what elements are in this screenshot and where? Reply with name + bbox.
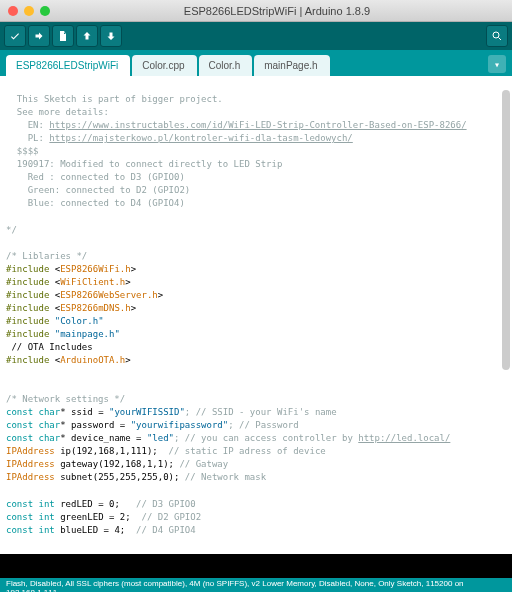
code-line: Red : connected to D3 (GPIO0) <box>6 172 185 182</box>
code-editor[interactable]: This Sketch is part of bigger project. S… <box>0 76 512 554</box>
code-line: /* Network settings */ <box>6 394 125 404</box>
upload-button[interactable] <box>28 25 50 47</box>
code-lib: WiFiClient.h <box>60 277 125 287</box>
code-lib: ESP8266mDNS.h <box>60 303 130 313</box>
open-button[interactable] <box>76 25 98 47</box>
code-line: Blue: connected to D4 (GPIO4) <box>6 198 185 208</box>
code-line: Green: connected to D2 (GPIO2) <box>6 185 190 195</box>
close-icon[interactable] <box>8 6 18 16</box>
code-keyword: #include <box>6 316 49 326</box>
tab-main[interactable]: ESP8266LEDStripWiFi <box>6 55 130 76</box>
window-title: ESP8266LEDStripWiFi | Arduino 1.8.9 <box>50 5 504 17</box>
toolbar <box>0 22 512 50</box>
code-lib: ESP8266WiFi.h <box>60 264 130 274</box>
code-line: /* Liblaries */ <box>6 251 87 261</box>
code-keyword: #include <box>6 277 49 287</box>
traffic-lights <box>8 6 50 16</box>
code-line: EN: <box>6 120 49 130</box>
scrollbar[interactable] <box>502 90 510 370</box>
minimize-icon[interactable] <box>24 6 34 16</box>
code-line: */ <box>6 225 17 235</box>
tab-color-h[interactable]: Color.h <box>199 55 253 76</box>
serial-monitor-button[interactable] <box>486 25 508 47</box>
code-lib: "Color.h" <box>55 316 104 326</box>
console-output[interactable] <box>0 554 512 578</box>
code-keyword: #include <box>6 303 49 313</box>
tab-color-cpp[interactable]: Color.cpp <box>132 55 196 76</box>
code-keyword: #include <box>6 329 49 339</box>
svg-point-0 <box>493 32 499 38</box>
code-line: See more details: <box>6 107 109 117</box>
tab-mainpage-h[interactable]: mainPage.h <box>254 55 329 76</box>
code-line: PL: <box>6 133 49 143</box>
status-bar: Flash, Disabled, All SSL ciphers (most c… <box>0 578 512 592</box>
code-lib: ESP8266WebServer.h <box>60 290 158 300</box>
code-lib: "mainpage.h" <box>55 329 120 339</box>
code-keyword: #include <box>6 290 49 300</box>
code-line: 190917: Modified to connect directly to … <box>6 159 282 169</box>
titlebar: ESP8266LEDStripWiFi | Arduino 1.8.9 <box>0 0 512 22</box>
code-link: https://www.instructables.com/id/WiFi-LE… <box>49 120 466 130</box>
code-line: $$$$ <box>6 146 39 156</box>
code-keyword: #include <box>6 355 49 365</box>
save-button[interactable] <box>100 25 122 47</box>
maximize-icon[interactable] <box>40 6 50 16</box>
new-button[interactable] <box>52 25 74 47</box>
code-line: // OTA Includes <box>6 342 93 352</box>
tab-bar: ESP8266LEDStripWiFi Color.cpp Color.h ma… <box>0 50 512 76</box>
code-keyword: #include <box>6 264 49 274</box>
tab-menu-button[interactable]: ▾ <box>488 55 506 73</box>
code-line: This Sketch is part of bigger project. <box>6 94 223 104</box>
code-lib: ArduinoOTA.h <box>60 355 125 365</box>
status-text: Flash, Disabled, All SSL ciphers (most c… <box>6 579 506 591</box>
code-link: https://majsterkowo.pl/kontroler-wifi-dl… <box>49 133 352 143</box>
verify-button[interactable] <box>4 25 26 47</box>
